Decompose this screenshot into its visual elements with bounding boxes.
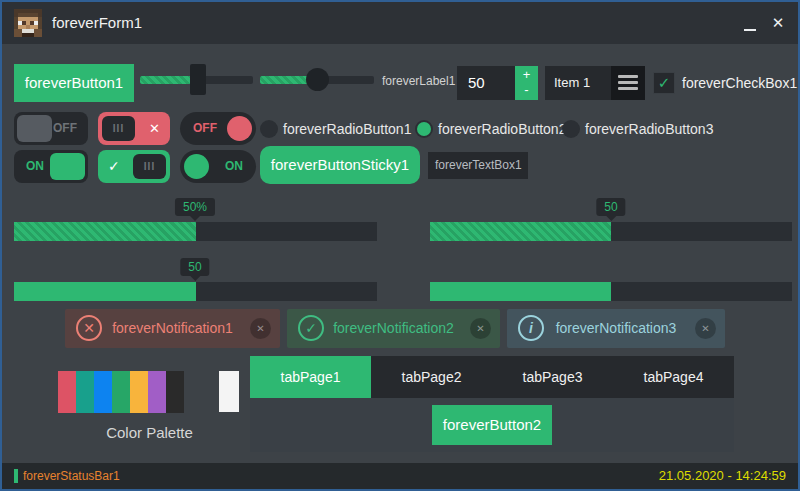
notification-info: i foreverNotification3 ✕	[507, 309, 725, 348]
status-accent-bar	[14, 469, 18, 483]
progress2-badge: 50	[596, 198, 625, 216]
tab-page2[interactable]: tabPage2	[371, 356, 492, 398]
forever-button1[interactable]: foreverButton1	[14, 64, 134, 102]
toggle-grip-on[interactable]: ✓ III	[98, 150, 170, 183]
radio-button2[interactable]	[415, 120, 433, 138]
tab-page3[interactable]: tabPage3	[492, 356, 613, 398]
toggle-circle-knob	[227, 116, 252, 141]
toggle-circle-knob	[184, 154, 209, 179]
palette-swatch[interactable]	[76, 371, 94, 413]
toggle-switch-on[interactable]: ON	[14, 150, 88, 183]
minimize-button[interactable]	[736, 2, 764, 44]
toggle-grip-knob: III	[133, 154, 166, 179]
app-icon[interactable]	[14, 9, 42, 37]
check-icon: ✓	[108, 150, 120, 183]
progress1-fill	[14, 222, 196, 241]
toggle-knob	[17, 115, 52, 142]
toggle-grip-knob: III	[102, 116, 135, 141]
tab-page4[interactable]: tabPage4	[613, 356, 734, 398]
progress2-fill	[430, 222, 611, 241]
status-bar: foreverStatusBar1 21.05.2020 - 14:24:59	[2, 463, 798, 489]
palette-label: Color Palette	[52, 424, 247, 441]
numeric-buttons: + -	[515, 66, 538, 100]
radio-button1[interactable]	[260, 120, 278, 138]
radio-button3-label: foreverRadioButton3	[585, 121, 713, 137]
notification-close-icon[interactable]: ✕	[250, 318, 271, 339]
notification-label: foreverNotification2	[287, 309, 500, 348]
status-label: foreverStatusBar1	[23, 463, 120, 489]
palette-swatch[interactable]	[166, 371, 184, 413]
window-title: foreverForm1	[52, 2, 142, 44]
palette-swatch[interactable]	[112, 371, 130, 413]
palette-swatch[interactable]	[130, 371, 148, 413]
toggle-pill-off[interactable]: OFF	[180, 112, 256, 145]
forever-label1: foreverLabel1	[382, 74, 455, 88]
forever-button2[interactable]: foreverButton2	[432, 405, 552, 445]
progress-bar3	[14, 282, 377, 301]
status-datetime: 21.05.2020 - 14:24:59	[659, 463, 786, 489]
notification-success: ✓ foreverNotification2 ✕	[287, 309, 500, 348]
toggle-pill-on[interactable]: ON	[180, 150, 256, 183]
trackbar1-thumb[interactable]	[190, 64, 206, 95]
combobox-value: Item 1	[545, 66, 611, 100]
progress3-badge: 50	[180, 258, 209, 276]
progress1-badge: 50%	[175, 198, 215, 216]
radio-button1-label: foreverRadioButton1	[283, 121, 411, 137]
progress3-fill	[14, 282, 196, 301]
hamburger-icon	[618, 75, 638, 78]
radio-selected-dot	[417, 122, 431, 136]
decrement-button[interactable]: -	[515, 83, 538, 100]
toggle-knob	[50, 153, 85, 180]
trackbar1-fill	[140, 76, 192, 84]
numeric-updown: 50 + -	[457, 66, 538, 100]
x-icon: ✕	[149, 112, 160, 145]
numeric-value[interactable]: 50	[457, 66, 515, 100]
notification-close-icon[interactable]: ✕	[695, 318, 716, 339]
trackbar2[interactable]	[260, 76, 374, 84]
toggle-grip-off[interactable]: III ✕	[98, 112, 170, 145]
trackbar1[interactable]	[140, 76, 253, 84]
notification-label: foreverNotification1	[65, 309, 280, 348]
tab-content: foreverButton2	[250, 398, 734, 452]
progress-bar2	[430, 222, 792, 241]
trackbar2-fill	[260, 76, 312, 84]
minimize-icon	[744, 29, 756, 31]
toggle-off-label: OFF	[193, 112, 217, 145]
forever-checkbox1-label: foreverCheckBox1	[682, 75, 797, 91]
title-bar: foreverForm1 ✕	[2, 2, 798, 44]
trackbar2-thumb[interactable]	[306, 68, 329, 91]
tab-strip: tabPage1 tabPage2 tabPage3 tabPage4	[250, 356, 734, 398]
tab-page1[interactable]: tabPage1	[250, 356, 371, 398]
palette-swatch[interactable]	[94, 371, 112, 413]
toggle-on-label: ON	[26, 150, 44, 183]
radio-button2-label: foreverRadioButton2	[438, 121, 566, 137]
forever-textbox1[interactable]: foreverTextBox1	[428, 152, 528, 179]
close-button[interactable]: ✕	[764, 2, 792, 44]
notification-close-icon[interactable]: ✕	[470, 318, 491, 339]
forever-button-sticky1[interactable]: foreverButtonSticky1	[260, 146, 420, 184]
combobox[interactable]: Item 1	[545, 66, 645, 100]
white-swatch[interactable]	[219, 371, 239, 412]
progress-bar1	[14, 222, 377, 241]
toggle-on-label: ON	[225, 150, 243, 183]
palette-swatch[interactable]	[148, 371, 166, 413]
forever-checkbox1[interactable]: ✓	[653, 72, 675, 94]
notification-label: foreverNotification3	[507, 309, 725, 348]
toggle-off-label: OFF	[53, 112, 77, 145]
app-window: foreverForm1 ✕ foreverButton1 foreverLab…	[0, 0, 800, 491]
tab-control: tabPage1 tabPage2 tabPage3 tabPage4 fore…	[250, 356, 734, 452]
toggle-switch-off[interactable]: OFF	[14, 112, 88, 145]
combobox-dropdown-button[interactable]	[611, 66, 645, 100]
increment-button[interactable]: +	[515, 66, 538, 83]
radio-button3[interactable]	[562, 120, 580, 138]
palette-swatch[interactable]	[58, 371, 76, 413]
notification-error: ✕ foreverNotification1 ✕	[65, 309, 280, 348]
progress-bar4	[430, 282, 792, 301]
progress4-fill	[430, 282, 611, 301]
